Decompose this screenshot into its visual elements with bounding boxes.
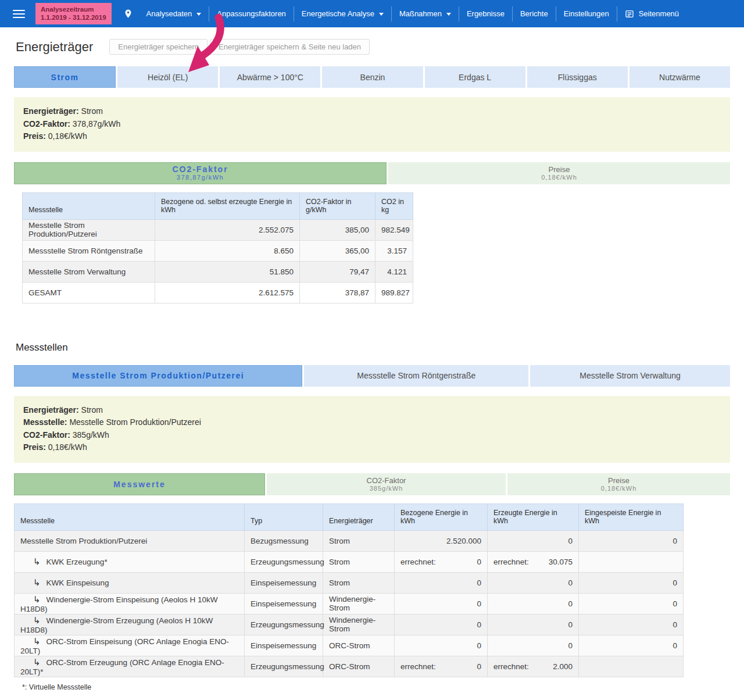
- info-label: CO2-Faktor:: [23, 119, 70, 128]
- nav-item-einstellungen[interactable]: Einstellungen: [556, 6, 617, 22]
- preise-toggle[interactable]: Preise 0,18€/kWh: [388, 162, 730, 184]
- bezogene-cell: 0: [395, 635, 488, 656]
- location-pin-icon[interactable]: [123, 9, 133, 19]
- messstelle-cell: Windenergie-Strom Einspeisung (Aeolos H …: [15, 593, 245, 614]
- co2-cell: 989.827: [375, 282, 413, 303]
- carrier-tabs: Strom Heizöl (EL) Abwärme > 100°C Benzin…: [14, 66, 730, 88]
- sub-arrow-icon: [33, 636, 41, 647]
- tab-fluessiggas[interactable]: Flüssiggas: [527, 66, 628, 88]
- messwerte-toggle[interactable]: Messwerte: [14, 473, 265, 495]
- messstelle-cell: Messstelle Strom Röntgenstraße: [23, 240, 155, 261]
- co2-cell: 3.157: [375, 240, 413, 261]
- station-info-box: Energieträger: Strom Messstelle: Messtel…: [14, 396, 730, 463]
- nav-item-berichte[interactable]: Berichte: [512, 6, 556, 22]
- top-nav: Analysezeitraum 1.1.2019 - 31.12.2019 An…: [0, 0, 744, 27]
- table-row: Messtelle Strom Verwaltung 51.850 79,47 …: [23, 261, 413, 282]
- erzeugte-cell: 0: [488, 635, 579, 656]
- messstelle-cell: GESAMT: [23, 282, 155, 303]
- tab-heizoel-el[interactable]: Heizöl (EL): [117, 66, 218, 88]
- station-co2-factor-toggle[interactable]: CO2-Faktor 385g/kWh: [267, 473, 506, 495]
- info-row: Energieträger: Strom: [23, 105, 721, 118]
- nav-item-massnahmen[interactable]: Maßnahmen: [391, 6, 459, 22]
- station-tab-verwaltung[interactable]: Messtelle Strom Verwaltung: [530, 365, 730, 387]
- messstelle-label: Windenergie-Strom Erzeugung (Aeolos H 10…: [20, 616, 213, 634]
- messstelle-label: KWK Einspeisung: [46, 578, 109, 587]
- header-bezogene-energie: Bezogene Energie in kWh: [395, 503, 488, 530]
- messstelle-label: ORC-Strom Einspeisung (ORC Anlage Enogia…: [20, 637, 229, 655]
- info-value: 385g/kWh: [73, 430, 109, 440]
- tab-nutzwaerme[interactable]: Nutzwärme: [629, 66, 730, 88]
- nav-item-analysedaten[interactable]: Analysedaten: [139, 6, 209, 22]
- cell-value: 0: [568, 537, 573, 545]
- energy-cell: 2.552.075: [155, 219, 300, 240]
- energietraeger-cell: Strom: [323, 530, 395, 551]
- cell-value: 0: [568, 578, 573, 587]
- toggle-title: Messwerte: [113, 480, 166, 489]
- header-energie: Bezogene od. selbst erzeugte Energie in …: [155, 192, 300, 219]
- eingespeiste-cell: 0: [579, 530, 684, 551]
- nav-item-label: Ergebnisse: [467, 9, 505, 18]
- toggle-title: CO2-Faktor: [367, 476, 406, 485]
- calc-label: errechnet:: [493, 662, 529, 671]
- eingespeiste-cell: 0: [579, 635, 684, 656]
- toggle-title: CO2-Faktor: [172, 165, 228, 174]
- eingespeiste-cell: [579, 551, 684, 572]
- station-tab-produktion-putzerei[interactable]: Messtelle Strom Produktion/Putzerei: [14, 365, 302, 387]
- table-row: KWK Einspeisung Einspeisemessung Strom 0…: [15, 572, 684, 593]
- erzeugte-cell: 0: [488, 593, 579, 614]
- nav-item-energetische-analyse[interactable]: Energetische Analyse: [294, 6, 391, 22]
- bezogene-cell: 0: [395, 572, 488, 593]
- header-co2-faktor: CO2-Faktor in g/kWh: [300, 192, 375, 219]
- nav-item-label: Maßnahmen: [399, 9, 442, 18]
- cell-value: 0: [673, 578, 677, 587]
- energy-cell: 51.850: [155, 261, 300, 282]
- typ-cell: Einspeisemessung: [245, 593, 323, 614]
- nav-item-ergebnisse[interactable]: Ergebnisse: [459, 6, 512, 22]
- cell-value: 30.075: [549, 558, 573, 566]
- station-tabs: Messtelle Strom Produktion/Putzerei Mess…: [14, 365, 730, 387]
- station-tab-roentgenstrasse[interactable]: Messstelle Strom Röntgenstraße: [304, 365, 528, 387]
- typ-cell: Einspeisemessung: [245, 635, 323, 656]
- energietraeger-cell: Windenergie-Strom: [323, 614, 395, 635]
- header-erzeugte-energie: Erzeugte Energie in kWh: [488, 503, 579, 530]
- main-content: Energieträger Energieträger speichern En…: [0, 39, 744, 700]
- toggle-title: Preise: [549, 165, 570, 174]
- messstelle-cell: KWK Einspeisung: [15, 572, 245, 593]
- nav-item-anpassungsfaktoren[interactable]: Anpassungsfaktoren: [209, 6, 294, 22]
- cell-value: 0: [477, 599, 481, 608]
- calc-label: errechnet:: [400, 558, 436, 566]
- tab-benzin[interactable]: Benzin: [322, 66, 423, 88]
- page-title: Energieträger: [16, 40, 93, 55]
- typ-cell: Einspeisemessung: [245, 572, 323, 593]
- station-preise-toggle[interactable]: Preise 0,18€/kWh: [507, 473, 730, 495]
- cell-value: 0: [673, 537, 677, 545]
- hamburger-menu-icon[interactable]: [13, 8, 25, 20]
- toggle-subtitle: 0,18€/kWh: [601, 485, 637, 492]
- factor-cell: 385,00: [300, 219, 375, 240]
- save-reload-button[interactable]: Energieträger speichern & Seite neu lade…: [210, 39, 370, 55]
- co2-cell: 4.121: [375, 261, 413, 282]
- info-label: Preis:: [23, 442, 46, 452]
- nav-item-label: Analysedaten: [146, 9, 192, 18]
- cell-value: 0: [477, 620, 481, 629]
- nav-item-seitenmenu[interactable]: Seitenmenü: [617, 6, 686, 22]
- analysis-period[interactable]: Analysezeitraum 1.1.2019 - 31.12.2019: [35, 3, 112, 24]
- messstelle-cell: Messtelle Strom Produktion/Putzerei: [15, 530, 245, 551]
- tab-erdgas-l[interactable]: Erdgas L: [425, 66, 525, 88]
- toggle-subtitle: 385g/kWh: [370, 485, 403, 492]
- save-button[interactable]: Energieträger speichern: [109, 39, 208, 55]
- tab-abwaerme[interactable]: Abwärme > 100°C: [220, 66, 320, 88]
- eingespeiste-cell: 0: [579, 572, 684, 593]
- cell-value: 0: [568, 620, 573, 629]
- info-row: Energieträger: Strom: [23, 404, 721, 417]
- messstellen-heading: Messstellen: [16, 342, 730, 353]
- messstelle-cell: KWK Erzeugung*: [15, 551, 245, 572]
- tab-strom[interactable]: Strom: [14, 66, 116, 88]
- energietraeger-cell: Strom: [323, 572, 395, 593]
- cell-value: 0: [673, 599, 677, 608]
- info-row: Messstelle: Messtelle Strom Produktion/P…: [23, 416, 721, 429]
- cell-value: 0: [673, 641, 677, 650]
- cell-value: 0: [477, 578, 481, 587]
- carrier-view-toggles: CO2-Faktor 378,87g/kWh Preise 0,18€/kWh: [14, 162, 730, 184]
- co2-factor-toggle[interactable]: CO2-Faktor 378,87g/kWh: [14, 162, 387, 184]
